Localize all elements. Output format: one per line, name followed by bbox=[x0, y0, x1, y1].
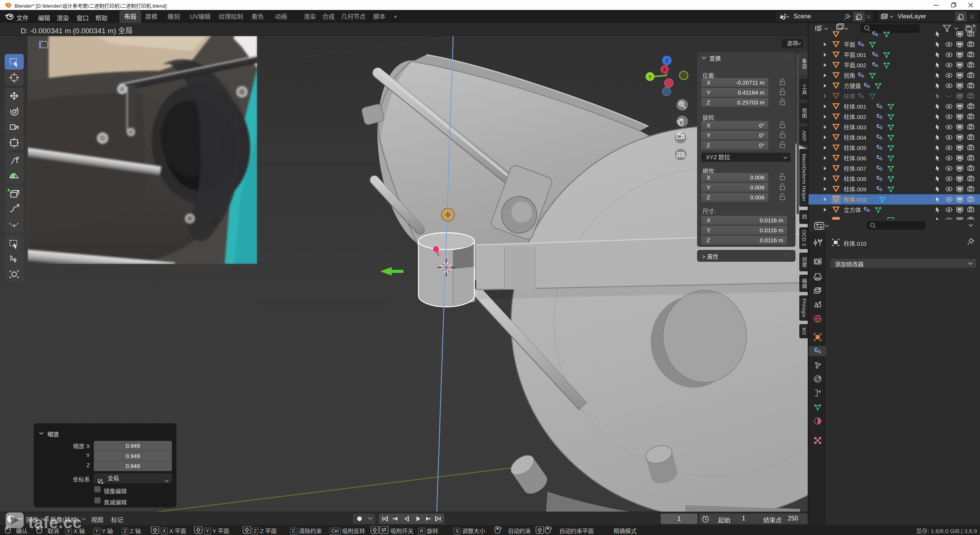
svg-text:方键盘: 方键盘 bbox=[844, 83, 861, 89]
svg-text:Z: Z bbox=[665, 58, 668, 64]
svg-text:柱体.008: 柱体.008 bbox=[844, 176, 866, 182]
svg-text:柱体.009: 柱体.009 bbox=[844, 186, 866, 192]
svg-text:柱体.004: 柱体.004 bbox=[844, 134, 866, 141]
svg-text:X: X bbox=[663, 67, 666, 72]
svg-text:柱体.007: 柱体.007 bbox=[844, 165, 866, 172]
svg-text:拐角: 拐角 bbox=[844, 72, 855, 79]
svg-text:柱体.006: 柱体.006 bbox=[844, 155, 866, 161]
svg-text:柱体: 柱体 bbox=[844, 93, 855, 99]
svg-text:平面: 平面 bbox=[844, 41, 855, 48]
svg-text:柱体.003: 柱体.003 bbox=[844, 124, 866, 130]
svg-text:柱体.010: 柱体.010 bbox=[844, 196, 866, 203]
svg-text:Y: Y bbox=[648, 74, 652, 80]
svg-text:立方体: 立方体 bbox=[844, 207, 861, 213]
svg-text:柱体.002: 柱体.002 bbox=[844, 114, 866, 120]
svg-text:平面.001: 平面.001 bbox=[844, 52, 866, 58]
svg-text:柱体.001: 柱体.001 bbox=[844, 103, 866, 110]
svg-text:平面.002: 平面.002 bbox=[844, 62, 866, 69]
svg-text:柱体.005: 柱体.005 bbox=[844, 145, 866, 151]
